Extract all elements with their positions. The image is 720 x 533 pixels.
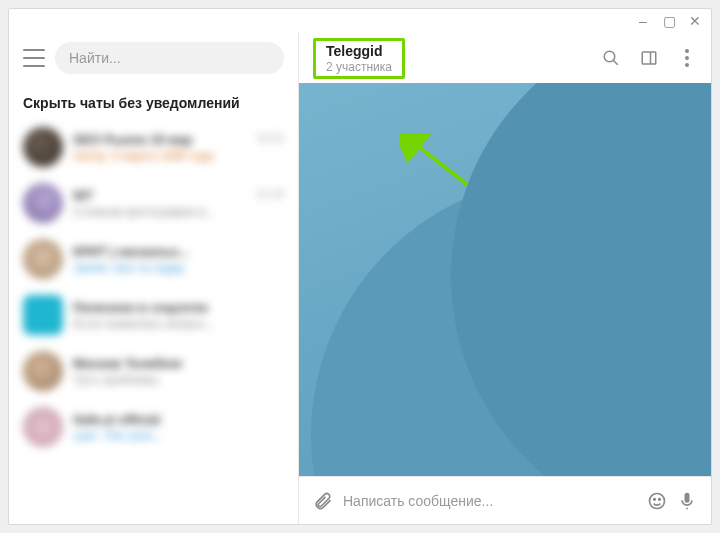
sidebar-top	[9, 33, 298, 83]
svg-line-7	[414, 143, 619, 303]
chat-header-actions	[601, 48, 697, 68]
attach-icon[interactable]	[313, 491, 333, 511]
chat-header: Teleggid 2 участника	[299, 33, 711, 83]
conversation-area[interactable]	[299, 83, 711, 476]
window-close-button[interactable]: ✕	[687, 13, 703, 29]
scroll-down-button[interactable]	[655, 420, 695, 460]
svg-point-8	[650, 493, 665, 508]
chat-list-item[interactable]: SEO Рынок 19 мар19:32 Автор: 5 марта 199…	[13, 119, 294, 175]
menu-icon[interactable]	[23, 49, 45, 67]
avatar	[23, 351, 63, 391]
more-icon[interactable]	[677, 48, 697, 68]
filter-header: Скрыть чаты без уведомлений	[9, 83, 298, 119]
annotation-arrow	[399, 133, 629, 313]
chat-subtitle: 2 участника	[326, 60, 392, 74]
chat-list-item[interactable]: WT21:24 Сложная фотография в...	[13, 175, 294, 231]
chat-list-item[interactable]: Safe.ai official user: The comi...	[13, 399, 294, 455]
avatar	[23, 239, 63, 279]
svg-line-1	[613, 60, 618, 65]
svg-point-4	[685, 49, 689, 53]
message-input[interactable]	[343, 493, 637, 509]
chat-list[interactable]: SEO Рынок 19 мар19:32 Автор: 5 марта 199…	[9, 119, 298, 524]
avatar	[23, 407, 63, 447]
avatar	[23, 127, 63, 167]
app-body: Скрыть чаты без уведомлений SEO Рынок 19…	[9, 33, 711, 524]
svg-point-6	[685, 63, 689, 67]
voice-icon[interactable]	[677, 491, 697, 511]
svg-rect-2	[642, 52, 656, 64]
side-panel-icon[interactable]	[639, 48, 659, 68]
svg-point-9	[654, 498, 656, 500]
chat-title-highlight[interactable]: Teleggid 2 участника	[313, 38, 405, 79]
app-window: – ▢ ✕ Скрыть чаты без уведомлений SEO Ры…	[8, 8, 712, 525]
svg-point-0	[604, 51, 615, 62]
chat-list-item[interactable]: КРИТ | наскальн... James: вся та лодку	[13, 231, 294, 287]
avatar	[23, 295, 63, 335]
chat-title: Teleggid	[326, 43, 383, 59]
message-composer	[299, 476, 711, 524]
search-input[interactable]	[55, 42, 284, 74]
avatar	[23, 183, 63, 223]
window-titlebar: – ▢ ✕	[9, 9, 711, 33]
window-minimize-button[interactable]: –	[635, 13, 651, 29]
chat-list-item[interactable]: Москов Телеблог Чуть проблемы	[13, 343, 294, 399]
search-icon[interactable]	[601, 48, 621, 68]
svg-point-10	[659, 498, 661, 500]
chat-panel: Teleggid 2 участника	[299, 33, 711, 524]
svg-point-5	[685, 56, 689, 60]
window-maximize-button[interactable]: ▢	[661, 13, 677, 29]
chat-list-item[interactable]: Полезное в соцсетях Если появились вопро…	[13, 287, 294, 343]
emoji-icon[interactable]	[647, 491, 667, 511]
sidebar: Скрыть чаты без уведомлений SEO Рынок 19…	[9, 33, 299, 524]
